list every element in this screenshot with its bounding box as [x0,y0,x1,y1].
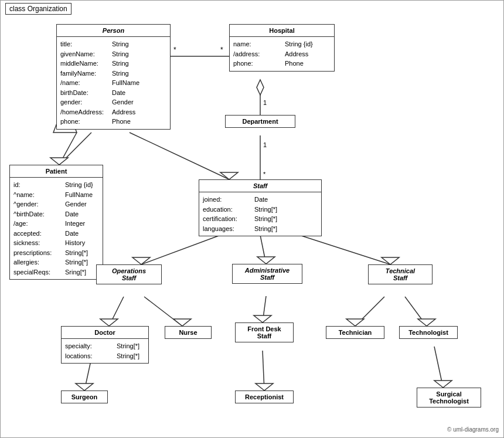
svg-line-21 [260,235,266,264]
staff-class-attrs: joined:Date education:String[*] certific… [199,192,321,236]
svg-marker-22 [257,257,275,264]
doctor-class: Doctor specialty:String[*] locations:Str… [61,326,149,364]
svg-marker-34 [418,319,435,326]
person-class-name: Person [57,25,170,37]
svg-line-27 [144,297,182,326]
svg-line-14 [130,133,229,179]
nurse-class: Nurse [165,326,212,339]
nurse-class-name: Nurse [165,327,211,338]
svg-line-29 [263,296,266,322]
staff-class-name: Staff [199,180,321,192]
technician-class: Technician [326,326,384,339]
administrative-staff-class-name: AdministrativeStaff [233,264,302,283]
svg-line-12 [59,133,91,165]
svg-marker-32 [346,319,364,326]
surgical-technologist-class-name: SurgicalTechnologist [417,388,481,407]
svg-marker-36 [76,383,93,391]
patient-class-name: Patient [10,165,103,178]
svg-marker-24 [382,257,399,264]
svg-line-39 [434,347,443,388]
surgical-technologist-class: SurgicalTechnologist [417,388,481,408]
surgeon-class: Surgeon [61,391,108,403]
svg-text:1: 1 [263,99,267,106]
svg-marker-13 [50,158,68,165]
receptionist-class-name: Receptionist [236,391,293,403]
svg-marker-4 [257,80,264,95]
diagram-title: class Organization [5,3,71,15]
svg-marker-26 [100,319,118,326]
svg-marker-30 [254,315,271,322]
doctor-class-attrs: specialty:String[*] locations:String[*] [62,339,148,363]
operations-staff-class: OperationsStaff [96,264,162,284]
front-desk-staff-class: Front DeskStaff [235,322,294,342]
svg-marker-15 [220,172,238,179]
operations-staff-class-name: OperationsStaff [97,265,161,284]
hospital-class-attrs: name:String {id} /address:Address phone:… [230,37,334,71]
person-class-attrs: title:String givenName:String middleName… [57,37,170,129]
technologist-class-name: Technologist [400,327,457,338]
svg-line-25 [109,297,124,326]
administrative-staff-class: AdministrativeStaff [232,264,302,284]
svg-line-10 [59,133,77,165]
technologist-class: Technologist [399,326,458,339]
department-class: Department [225,115,295,128]
department-class-name: Department [226,116,295,127]
front-desk-staff-class-name: Front DeskStaff [236,323,293,342]
copyright: © uml-diagrams.org [447,426,499,433]
staff-class: Staff joined:Date education:String[*] ce… [199,179,322,236]
svg-marker-28 [173,319,191,326]
svg-marker-20 [132,257,150,264]
technical-staff-class-name: TechnicalStaff [369,265,432,284]
patient-class-attrs: id:String {id} ^name:FullName ^gender:Ge… [10,178,103,279]
diagram-container: class Organization * * 1 * 1 * * * [0,0,504,438]
svg-text:*: * [173,46,176,54]
svg-line-23 [299,235,390,264]
svg-text:*: * [220,46,223,54]
svg-marker-38 [256,383,273,391]
svg-line-31 [355,297,384,326]
receptionist-class: Receptionist [235,391,294,403]
technician-class-name: Technician [326,327,384,338]
hospital-class-name: Hospital [230,25,334,37]
svg-marker-40 [434,381,452,388]
surgeon-class-name: Surgeon [62,391,107,403]
svg-line-33 [405,297,427,326]
technical-staff-class: TechnicalStaff [368,264,433,284]
hospital-class: Hospital name:String {id} /address:Addre… [229,24,335,72]
doctor-class-name: Doctor [62,327,148,339]
svg-line-19 [141,235,220,264]
svg-line-37 [263,351,264,391]
svg-text:1: 1 [263,141,267,148]
patient-class: Patient id:String {id} ^name:FullName ^g… [9,165,103,280]
person-class: Person title:String givenName:String mid… [56,24,171,130]
svg-text:*: * [263,171,266,178]
